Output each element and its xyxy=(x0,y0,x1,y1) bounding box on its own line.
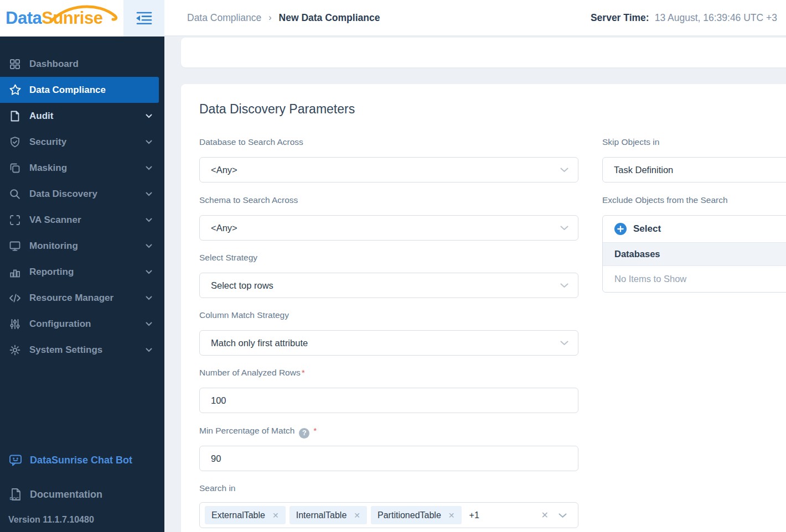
scan-icon xyxy=(8,213,22,227)
chevron-down-icon xyxy=(146,166,152,170)
sliders-icon xyxy=(8,317,22,331)
logo-text-sunrise: Sunrise xyxy=(42,8,102,28)
code-icon xyxy=(8,291,22,305)
clear-all-icon[interactable]: ✕ xyxy=(541,510,549,520)
field-label: Column Match Strategy xyxy=(199,310,578,320)
sidebar-item-security[interactable]: Security xyxy=(0,129,164,155)
field-label: Schema to Search Across xyxy=(199,195,578,205)
breadcrumb-current: New Data Compliance xyxy=(279,12,380,24)
sidebar-item-label: Data Compliance xyxy=(29,85,106,96)
sidebar-item-label: Audit xyxy=(29,111,53,122)
sidebar-item-label: Reporting xyxy=(29,267,74,278)
field-min-percentage-of-match: Min Percentage of Match?* xyxy=(199,426,578,439)
sidebar-item-masking[interactable]: Masking xyxy=(0,155,164,181)
chat-bot-label: DataSunrise Chat Bot xyxy=(30,455,132,466)
version-label: Version 11.1.7.10480 xyxy=(8,515,94,525)
field-exclude-objects: Exclude Objects from the Search Select D… xyxy=(602,195,786,205)
search-in-multiselect[interactable]: ExternalTable ✕ InternalTable ✕ Partitio… xyxy=(199,502,578,528)
exclude-select-label: Select xyxy=(633,223,661,234)
sidebar-item-label: Configuration xyxy=(29,319,91,330)
chat-bot-link[interactable]: DataSunrise Chat Bot xyxy=(0,447,164,473)
sidebar-item-configuration[interactable]: Configuration xyxy=(0,311,164,337)
sidebar: DataSunrise Dashboard xyxy=(0,0,164,532)
sidebar-item-label: VA Scanner xyxy=(29,215,81,226)
collapse-menu-icon xyxy=(133,9,155,27)
required-asterisk: * xyxy=(302,368,305,377)
select-value: Task Definition xyxy=(614,165,673,175)
chevron-down-icon xyxy=(146,218,152,222)
select-strategy-select[interactable]: Select top rows xyxy=(199,273,578,298)
field-select-strategy: Select Strategy Select top rows xyxy=(199,253,578,263)
database-select[interactable]: <Any> xyxy=(199,157,578,182)
select-value: <Any> xyxy=(211,165,237,175)
grid-icon xyxy=(8,58,22,71)
field-label: Exclude Objects from the Search xyxy=(602,195,786,205)
chevron-down-icon xyxy=(146,322,152,326)
exclude-select-button[interactable]: Select xyxy=(603,216,786,242)
chevron-down-icon[interactable] xyxy=(559,513,567,518)
tag-label: PartitionedTable xyxy=(378,510,441,520)
chevron-down-icon xyxy=(146,348,152,352)
document-icon xyxy=(8,109,22,123)
field-label: Number of Analyzed Rows* xyxy=(199,368,578,378)
documentation-icon: DOC xyxy=(8,487,23,502)
min-percentage-of-match-input[interactable] xyxy=(199,446,578,471)
sidebar-item-reporting[interactable]: Reporting xyxy=(0,259,164,285)
bar-chart-icon xyxy=(8,265,22,279)
sidebar-nav: Dashboard Data Compliance Audit Security xyxy=(0,51,164,363)
chevron-down-icon xyxy=(146,296,152,300)
tag-remove-icon[interactable]: ✕ xyxy=(354,511,360,520)
star-icon xyxy=(8,84,22,97)
search-in-tag: PartitionedTable ✕ xyxy=(371,506,461,524)
page-title: Data Discovery Parameters xyxy=(199,102,355,117)
chevron-down-icon xyxy=(146,114,152,118)
chevron-down-icon xyxy=(560,341,568,346)
documentation-link[interactable]: DOC Documentation xyxy=(0,481,164,508)
monitor-icon xyxy=(8,239,22,253)
server-time-label: Server Time: xyxy=(591,12,649,24)
gear-icon xyxy=(8,343,22,357)
select-value: <Any> xyxy=(211,223,237,233)
sidebar-item-audit[interactable]: Audit xyxy=(0,103,164,129)
data-discovery-parameters-card: Data Discovery Parameters Database to Se… xyxy=(181,84,786,532)
server-time-value: 13 August, 16:39:46 UTC +3 xyxy=(655,12,777,24)
search-in-tag: InternalTable ✕ xyxy=(289,506,367,524)
datasunrise-logo[interactable]: DataSunrise xyxy=(6,8,102,28)
sidebar-collapse-button[interactable] xyxy=(123,0,164,36)
field-database-to-search-across: Database to Search Across <Any> xyxy=(199,137,578,147)
sidebar-item-system-settings[interactable]: System Settings xyxy=(0,337,164,363)
select-value: Select top rows xyxy=(211,280,273,291)
chevron-down-icon xyxy=(146,192,152,196)
field-skip-objects-in: Skip Objects in Task Definition xyxy=(602,137,786,147)
schema-select[interactable]: <Any> xyxy=(199,215,578,241)
sidebar-item-label: Masking xyxy=(29,163,67,174)
previous-card-fragment xyxy=(181,38,786,67)
sidebar-item-dashboard[interactable]: Dashboard xyxy=(0,51,164,77)
help-icon[interactable]: ? xyxy=(299,428,309,439)
server-time: Server Time: 13 August, 16:39:46 UTC +3 xyxy=(591,0,777,35)
field-schema-to-search-across: Schema to Search Across <Any> xyxy=(199,195,578,205)
exclude-group-header: Databases xyxy=(603,242,786,265)
tag-remove-icon[interactable]: ✕ xyxy=(448,511,455,520)
search-icon xyxy=(8,187,22,201)
sidebar-item-monitoring[interactable]: Monitoring xyxy=(0,233,164,259)
more-tags-count: +1 xyxy=(469,510,479,520)
chevron-down-icon xyxy=(560,283,568,288)
chat-bot-icon xyxy=(8,453,23,467)
documentation-label: Documentation xyxy=(30,489,102,500)
tag-remove-icon[interactable]: ✕ xyxy=(272,511,279,520)
tag-label: InternalTable xyxy=(296,510,347,520)
sidebar-item-resource-manager[interactable]: Resource Manager xyxy=(0,285,164,311)
skip-objects-select[interactable]: Task Definition xyxy=(602,157,786,182)
breadcrumb-parent-link[interactable]: Data Compliance xyxy=(187,12,261,24)
sidebar-item-va-scanner[interactable]: VA Scanner xyxy=(0,207,164,233)
sidebar-item-data-discovery[interactable]: Data Discovery xyxy=(0,181,164,207)
number-of-analyzed-rows-input[interactable] xyxy=(199,388,578,413)
sidebar-item-data-compliance[interactable]: Data Compliance xyxy=(0,77,159,103)
copy-icon xyxy=(8,161,22,175)
field-number-of-analyzed-rows: Number of Analyzed Rows* xyxy=(199,368,578,378)
sidebar-item-label: Dashboard xyxy=(29,59,79,70)
chevron-down-icon xyxy=(146,270,152,274)
column-match-strategy-select[interactable]: Match only first attribute xyxy=(199,330,578,356)
exclude-empty-state: No Items to Show xyxy=(603,265,786,292)
